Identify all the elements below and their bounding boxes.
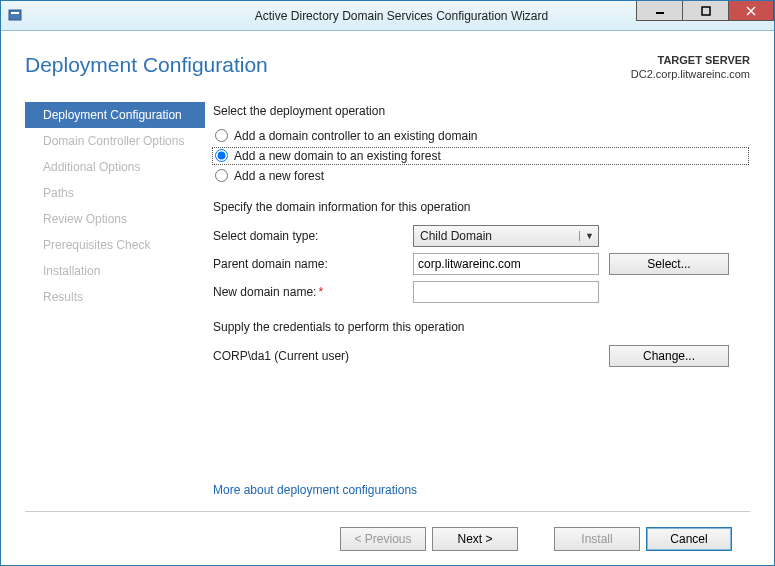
step-deployment-configuration[interactable]: Deployment Configuration <box>25 102 205 128</box>
radio-add-dc-existing-domain-input[interactable] <box>215 129 228 142</box>
change-credentials-button[interactable]: Change... <box>609 345 729 367</box>
radio-add-new-forest-label: Add a new forest <box>234 169 324 183</box>
specify-domain-label: Specify the domain information for this … <box>213 200 748 214</box>
radio-add-domain-existing-forest[interactable]: Add a new domain to an existing forest <box>213 148 748 164</box>
radio-add-domain-existing-forest-label: Add a new domain to an existing forest <box>234 149 441 163</box>
domain-type-select[interactable]: Child Domain ▼ <box>413 225 599 247</box>
svg-rect-0 <box>9 10 21 20</box>
more-about-link[interactable]: More about deployment configurations <box>213 475 748 511</box>
target-server-name: DC2.corp.litwareinc.com <box>631 67 750 81</box>
app-icon <box>1 8 29 24</box>
new-domain-label: New domain name:* <box>213 285 413 299</box>
previous-button[interactable]: < Previous <box>340 527 426 551</box>
domain-type-value: Child Domain <box>420 229 492 243</box>
step-prerequisites-check[interactable]: Prerequisites Check <box>25 232 205 258</box>
parent-domain-input[interactable] <box>413 253 599 275</box>
radio-add-new-forest-input[interactable] <box>215 169 228 182</box>
radio-add-dc-existing-domain-label: Add a domain controller to an existing d… <box>234 129 477 143</box>
svg-rect-1 <box>11 12 19 14</box>
radio-add-new-forest[interactable]: Add a new forest <box>213 168 748 184</box>
window-controls <box>636 1 774 21</box>
select-operation-label: Select the deployment operation <box>213 104 748 118</box>
select-parent-button[interactable]: Select... <box>609 253 729 275</box>
page-title: Deployment Configuration <box>25 53 268 77</box>
target-server-block: TARGET SERVER DC2.corp.litwareinc.com <box>631 53 750 82</box>
wizard-footer: < Previous Next > Install Cancel <box>25 511 750 565</box>
required-asterisk: * <box>318 285 323 299</box>
parent-domain-label: Parent domain name: <box>213 257 413 271</box>
wizard-steps: Deployment Configuration Domain Controll… <box>25 94 205 511</box>
maximize-button[interactable] <box>682 1 728 21</box>
close-button[interactable] <box>728 1 774 21</box>
titlebar: Active Directory Domain Services Configu… <box>1 1 774 31</box>
credentials-label: Supply the credentials to perform this o… <box>213 320 748 334</box>
step-review-options[interactable]: Review Options <box>25 206 205 232</box>
step-paths[interactable]: Paths <box>25 180 205 206</box>
chevron-down-icon: ▼ <box>579 231 594 241</box>
radio-add-dc-existing-domain[interactable]: Add a domain controller to an existing d… <box>213 128 748 144</box>
minimize-button[interactable] <box>636 1 682 21</box>
svg-rect-3 <box>702 7 710 15</box>
radio-add-domain-existing-forest-input[interactable] <box>215 149 228 162</box>
cancel-button[interactable]: Cancel <box>646 527 732 551</box>
install-button[interactable]: Install <box>554 527 640 551</box>
step-additional-options[interactable]: Additional Options <box>25 154 205 180</box>
step-results[interactable]: Results <box>25 284 205 310</box>
current-credentials: CORP\da1 (Current user) <box>213 349 601 363</box>
new-domain-input[interactable] <box>413 281 599 303</box>
domain-type-label: Select domain type: <box>213 229 413 243</box>
step-installation[interactable]: Installation <box>25 258 205 284</box>
main-panel: Select the deployment operation Add a do… <box>205 94 750 511</box>
target-server-label: TARGET SERVER <box>631 53 750 67</box>
step-domain-controller-options[interactable]: Domain Controller Options <box>25 128 205 154</box>
wizard-window: Active Directory Domain Services Configu… <box>0 0 775 566</box>
next-button[interactable]: Next > <box>432 527 518 551</box>
